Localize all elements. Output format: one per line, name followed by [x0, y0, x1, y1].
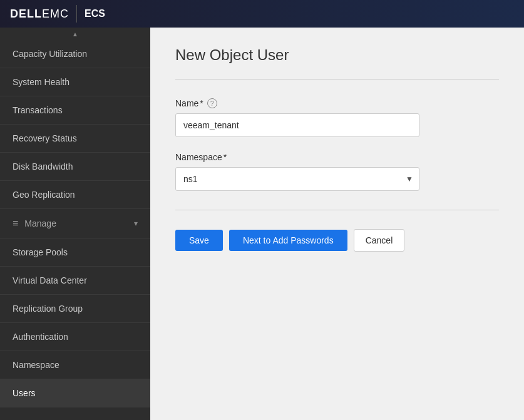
sidebar: Capacity Utilization System Health Trans… [0, 28, 150, 420]
logo-divider [76, 5, 77, 23]
cancel-button[interactable]: Cancel [354, 229, 405, 252]
sidebar-item-authentication[interactable]: Authentication [0, 323, 150, 351]
sidebar-item-disk-bandwidth[interactable]: Disk Bandwidth [0, 153, 150, 181]
app-header: DELLEMC ECS [0, 0, 524, 28]
sidebar-item-geo-replication[interactable]: Geo Replication [0, 181, 150, 209]
scroll-up-indicator[interactable] [0, 28, 150, 40]
sidebar-section-manage[interactable]: ≡ Manage ▾ [0, 209, 150, 238]
sidebar-item-capacity-utilization[interactable]: Capacity Utilization [0, 40, 150, 68]
namespace-required-marker: * [223, 152, 227, 162]
sidebar-item-replication-group[interactable]: Replication Group [0, 295, 150, 323]
manage-label: Manage [24, 218, 56, 228]
name-help-icon[interactable]: ? [207, 98, 217, 108]
form-divider [175, 210, 499, 210]
namespace-select[interactable]: ns1 ns2 [175, 167, 419, 191]
sidebar-item-system-health[interactable]: System Health [0, 68, 150, 96]
sidebar-item-virtual-data-center[interactable]: Virtual Data Center [0, 267, 150, 295]
chevron-down-icon: ▾ [134, 219, 138, 228]
ecs-logo: ECS [85, 8, 105, 19]
save-button[interactable]: Save [175, 230, 223, 251]
name-required-marker: * [200, 98, 203, 108]
next-to-add-passwords-button[interactable]: Next to Add Passwords [229, 230, 347, 251]
sidebar-item-users[interactable]: Users [0, 379, 150, 407]
sidebar-item-recovery-status[interactable]: Recovery Status [0, 125, 150, 153]
title-divider [175, 79, 499, 79]
sidebar-item-storage-pools[interactable]: Storage Pools [0, 238, 150, 267]
manage-icon: ≡ [13, 218, 18, 229]
name-input[interactable] [175, 113, 419, 137]
button-row: Save Next to Add Passwords Cancel [175, 229, 499, 252]
name-label: Name * ? [175, 98, 499, 108]
name-form-group: Name * ? [175, 98, 499, 137]
logo: DELLEMC ECS [0, 0, 115, 28]
content-area: New Object User Name * ? Namespace * ns1… [150, 28, 524, 420]
sidebar-item-transactions[interactable]: Transactions [0, 96, 150, 125]
dell-emc-logo: DELLEMC [10, 8, 69, 21]
namespace-label: Namespace * [175, 152, 499, 162]
namespace-select-wrapper: ns1 ns2 ▼ [175, 167, 419, 191]
page-title: New Object User [175, 46, 499, 64]
namespace-form-group: Namespace * ns1 ns2 ▼ [175, 152, 499, 191]
main-layout: Capacity Utilization System Health Trans… [0, 28, 524, 420]
sidebar-item-namespace[interactable]: Namespace [0, 351, 150, 379]
